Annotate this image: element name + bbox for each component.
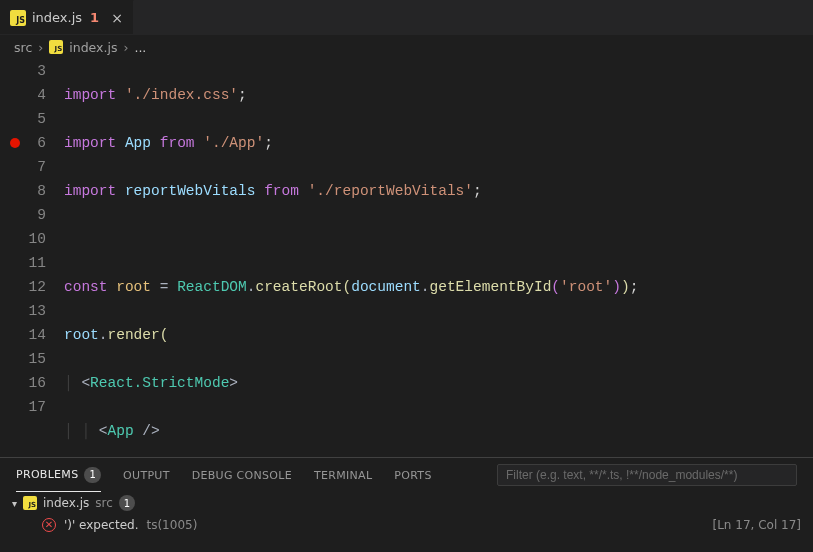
code-area[interactable]: import './index.css'; import App from '.… [64, 59, 813, 457]
tab-index-js[interactable]: JS index.js 1 × [0, 0, 134, 34]
panel-tab-debug-console[interactable]: Debug Console [192, 458, 292, 492]
problems-count-badge: 1 [84, 467, 101, 483]
chevron-right-icon: › [38, 40, 43, 55]
problem-location: [Ln 17, Col 17] [712, 518, 801, 532]
error-icon: ✕ [42, 518, 56, 532]
panel-tab-terminal[interactable]: Terminal [314, 458, 372, 492]
chevron-right-icon: › [123, 40, 128, 55]
breakpoint-icon[interactable] [10, 138, 20, 148]
panel-tabs: Problems 1 Output Debug Console Terminal… [0, 458, 813, 492]
breadcrumb-folder[interactable]: src [14, 40, 32, 55]
problem-file-row[interactable]: ▾ JS index.js src 1 [12, 492, 801, 514]
problem-file-path: src [95, 496, 113, 510]
js-file-icon: JS [49, 40, 63, 54]
breadcrumb-symbol[interactable]: ... [134, 40, 146, 55]
problem-message: ')' expected. [64, 518, 138, 532]
breadcrumb-file[interactable]: index.js [69, 40, 117, 55]
line-gutter: 3 4 5 6 7 8 9 10 11 12 13 14 15 16 17 [0, 59, 64, 457]
tab-dirty-indicator: 1 [90, 10, 99, 25]
problem-item[interactable]: ✕ ')' expected. ts(1005) [Ln 17, Col 17] [12, 514, 801, 536]
problem-code: ts(1005) [146, 518, 704, 532]
js-file-icon: JS [23, 496, 37, 510]
panel-tab-output[interactable]: Output [123, 458, 170, 492]
tab-label: index.js [32, 10, 82, 25]
chevron-down-icon[interactable]: ▾ [12, 498, 17, 509]
breadcrumb[interactable]: src › JS index.js › ... [0, 35, 813, 59]
close-icon[interactable]: × [111, 11, 123, 25]
js-file-icon: JS [10, 10, 26, 26]
code-editor[interactable]: 3 4 5 6 7 8 9 10 11 12 13 14 15 16 17 im… [0, 59, 813, 457]
panel-tab-problems[interactable]: Problems 1 [16, 458, 101, 492]
problem-file-name: index.js [43, 496, 89, 510]
problems-list: ▾ JS index.js src 1 ✕ ')' expected. ts(1… [0, 492, 813, 536]
editor-tabbar: JS index.js 1 × [0, 0, 813, 35]
bottom-panel: Problems 1 Output Debug Console Terminal… [0, 457, 813, 552]
file-problem-count-badge: 1 [119, 495, 135, 511]
panel-tab-ports[interactable]: Ports [394, 458, 431, 492]
problems-filter-input[interactable] [497, 464, 797, 486]
